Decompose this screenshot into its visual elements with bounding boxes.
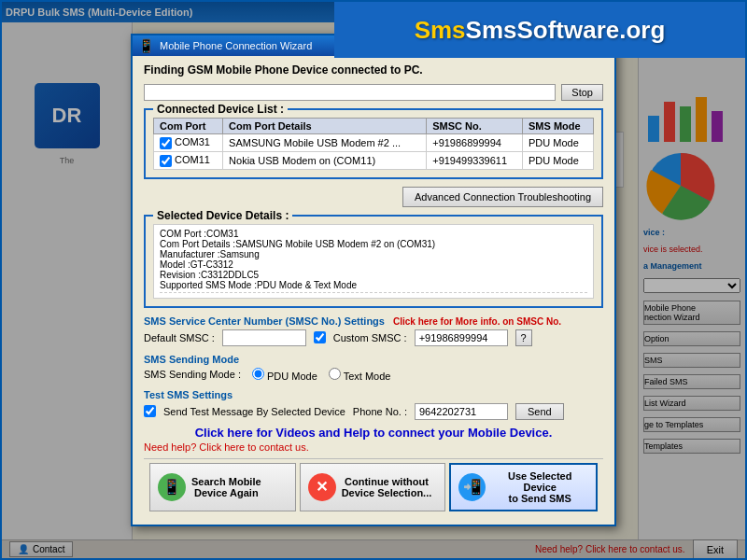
table-row: COM31 SAMSUNG Mobile USB Modem #2 ... +9… [154, 134, 594, 152]
row1-comport: COM31 [175, 136, 210, 147]
smsc-link[interactable]: Click here for More info. on SMSC No. [393, 316, 561, 327]
modal-body: Finding GSM Mobile Phone Device connecte… [133, 56, 614, 524]
banner-text: SmsSmsSoftware.org [415, 16, 666, 45]
text-radio-label: Text Mode [329, 368, 391, 382]
col-smsc: SMSC No. [427, 119, 523, 134]
detail-line-4: Model :GT-C3312 [160, 259, 587, 270]
pdu-radio-label: PDU Mode [252, 368, 317, 382]
help-video-link[interactable]: Click here for Videos and Help to connec… [144, 426, 603, 440]
test-sms-checkbox[interactable] [144, 405, 156, 417]
detail-line-6: Supported SMS Mode :PDU Mode & Text Mode [160, 280, 587, 293]
use-btn-label: Use Selected Device to Send SMS [491, 470, 588, 504]
row2-checkbox[interactable] [160, 155, 172, 167]
connected-device-title: Connected Device List : [153, 103, 288, 116]
smsc-row: Default SMSC : Custom SMSC : ? [144, 329, 603, 346]
help-contact-link[interactable]: Need help? Click here to contact us. [144, 441, 603, 453]
continue-without-button[interactable]: ✕ Continue without Device Selection... [300, 463, 446, 511]
banner: SmsSmsSoftware.org [334, 2, 745, 58]
detail-line-5: Revision :C3312DDLC5 [160, 270, 587, 280]
device-details-box: COM Port :COM31 Com Port Details :SAMSUN… [153, 224, 594, 299]
advanced-btn[interactable]: Advanced Connection Troubleshooting [402, 187, 603, 207]
test-sms-section: Test SMS Settings Send Test Message By S… [144, 389, 603, 420]
test-sms-label: Test SMS Settings [144, 389, 603, 400]
stop-button[interactable]: Stop [561, 84, 603, 101]
modal-title-icon: 📱 [138, 38, 154, 53]
col-comport: Com Port [154, 119, 223, 134]
send-button[interactable]: Send [515, 403, 564, 420]
detail-line-1: COM Port :COM31 [160, 229, 587, 239]
default-smsc-input[interactable] [222, 329, 306, 346]
modal-overlay: 📱 Mobile Phone Connection Wizard ✕ Findi… [2, 2, 745, 558]
test-sms-row: Send Test Message By Selected Device Pho… [144, 403, 603, 420]
continue-btn-label: Continue without Device Selection... [342, 476, 432, 498]
custom-smsc-label: Custom SMSC : [333, 332, 407, 343]
phone-input[interactable] [415, 403, 508, 420]
continue-icon: ✕ [308, 473, 336, 501]
row2-smsc: +919499339611 [427, 152, 523, 170]
progress-bar [144, 84, 556, 101]
search-btn-label: Search Mobile Device Again [191, 476, 261, 498]
progress-row: Stop [144, 84, 603, 101]
row1-smsc: +91986899994 [427, 134, 523, 152]
search-icon: 📱 [158, 473, 186, 501]
advanced-row: Advanced Connection Troubleshooting [144, 187, 603, 211]
detail-line-2: Com Port Details :SAMSUNG Mobile USB Mod… [160, 239, 587, 249]
selected-device-title: Selected Device Details : [153, 209, 292, 222]
modal-title: Mobile Phone Connection Wizard [160, 40, 312, 51]
modal-dialog: 📱 Mobile Phone Connection Wizard ✕ Findi… [131, 34, 616, 525]
selected-device-group: Selected Device Details : COM Port :COM3… [144, 215, 603, 308]
col-mode: SMS Mode [523, 119, 594, 134]
use-device-icon: 📲 [458, 473, 486, 501]
custom-smsc-checkbox[interactable] [314, 331, 326, 343]
row2-mode: PDU Mode [523, 152, 594, 170]
modal-header-text: Finding GSM Mobile Phone Device connecte… [144, 63, 603, 77]
pdu-radio[interactable] [252, 368, 264, 380]
bottom-buttons: 📱 Search Mobile Device Again ✕ Continue … [144, 458, 603, 515]
app-window: DRPU Bulk SMS (Multi-Device Edition) — □… [0, 0, 747, 560]
col-details: Com Port Details [223, 119, 427, 134]
device-table: Com Port Com Port Details SMSC No. SMS M… [153, 118, 594, 169]
table-row: COM11 Nokia USB Modem on (COM11) +919499… [154, 152, 594, 170]
sms-mode-label: SMS Sending Mode [144, 354, 603, 365]
radio-group: SMS Sending Mode : PDU Mode Text Mode [144, 368, 603, 382]
search-again-button[interactable]: 📱 Search Mobile Device Again [149, 463, 296, 511]
default-smsc-label: Default SMSC : [144, 332, 215, 343]
use-selected-button[interactable]: 📲 Use Selected Device to Send SMS [449, 463, 598, 511]
sms-mode-section: SMS Sending Mode SMS Sending Mode : PDU … [144, 354, 603, 382]
smsc-settings-label: SMS Service Center Number (SMSC No.) Set… [144, 315, 603, 327]
custom-smsc-input[interactable] [415, 329, 508, 346]
row1-mode: PDU Mode [523, 134, 594, 152]
sms-mode-text: SMS Sending Mode : [144, 369, 241, 380]
text-radio[interactable] [329, 368, 341, 380]
test-sms-text: Send Test Message By Selected Device [163, 406, 345, 417]
question-btn[interactable]: ? [515, 329, 532, 346]
detail-line-3: Manufacturer :Samsung [160, 249, 587, 259]
row2-comport: COM11 [175, 154, 210, 165]
smsc-section: SMS Service Center Number (SMSC No.) Set… [144, 315, 603, 346]
phone-label: Phone No. : [353, 406, 407, 417]
row1-details: SAMSUNG Mobile USB Modem #2 ... [223, 134, 427, 152]
row2-details: Nokia USB Modem on (COM11) [223, 152, 427, 170]
connected-device-group: Connected Device List : Com Port Com Por… [144, 108, 603, 178]
row1-checkbox[interactable] [160, 137, 172, 149]
